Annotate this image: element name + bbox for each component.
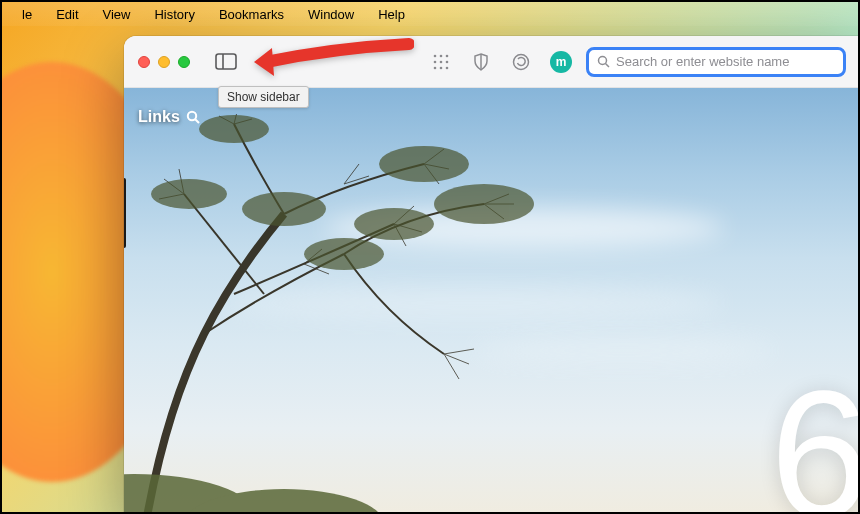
svg-point-2 [434, 54, 437, 57]
user-profile-badge[interactable]: m [550, 51, 572, 73]
svg-line-16 [195, 119, 199, 123]
svg-point-19 [354, 208, 434, 240]
window-controls [138, 56, 190, 68]
svg-point-22 [242, 192, 326, 226]
svg-point-5 [434, 60, 437, 63]
svg-point-10 [446, 66, 449, 69]
svg-point-8 [434, 66, 437, 69]
annotation-arrow [254, 38, 414, 88]
svg-point-3 [440, 54, 443, 57]
svg-line-14 [606, 64, 610, 68]
apps-grid-button[interactable] [426, 47, 456, 77]
menu-window[interactable]: Window [296, 7, 366, 22]
menu-file[interactable]: le [10, 7, 44, 22]
search-icon [597, 55, 610, 68]
svg-point-20 [199, 115, 269, 143]
user-initial: m [556, 55, 567, 69]
browser-toolbar: m Search or enter website name [124, 36, 860, 88]
browser-window: m Search or enter website name Show side… [124, 36, 860, 514]
menu-help[interactable]: Help [366, 7, 417, 22]
menu-view[interactable]: View [91, 7, 143, 22]
privacy-report-button[interactable] [466, 47, 496, 77]
svg-point-4 [446, 54, 449, 57]
menu-edit[interactable]: Edit [44, 7, 90, 22]
svg-point-7 [446, 60, 449, 63]
links-heading[interactable]: Links [138, 108, 200, 126]
svg-point-21 [151, 179, 227, 209]
browser-content: Links [124, 88, 860, 514]
show-sidebar-button[interactable] [212, 51, 240, 73]
system-menu-bar: le Edit View History Bookmarks Window He… [2, 2, 858, 26]
address-placeholder: Search or enter website name [616, 54, 789, 69]
minimize-window-button[interactable] [158, 56, 170, 68]
svg-point-23 [304, 238, 384, 270]
tree-decoration [124, 114, 604, 514]
svg-point-18 [434, 184, 534, 224]
menu-bookmarks[interactable]: Bookmarks [207, 7, 296, 22]
svg-point-6 [440, 60, 443, 63]
sidebar-icon [215, 53, 237, 70]
sidebar-tooltip: Show sidebar [218, 86, 309, 108]
svg-point-13 [599, 57, 607, 65]
links-label: Links [138, 108, 180, 126]
svg-point-17 [379, 146, 469, 182]
svg-rect-0 [216, 54, 236, 69]
menu-history[interactable]: History [142, 7, 206, 22]
maximize-window-button[interactable] [178, 56, 190, 68]
temperature-display: 6 [770, 364, 860, 514]
apps-grid-icon [433, 54, 449, 70]
svg-point-9 [440, 66, 443, 69]
close-window-button[interactable] [138, 56, 150, 68]
address-bar[interactable]: Search or enter website name [586, 47, 846, 77]
refresh-button[interactable] [506, 47, 536, 77]
svg-point-15 [188, 112, 196, 120]
window-edge [124, 178, 126, 248]
refresh-circle-icon [512, 53, 530, 71]
privacy-shield-icon [472, 53, 490, 71]
magnify-icon [186, 110, 200, 124]
